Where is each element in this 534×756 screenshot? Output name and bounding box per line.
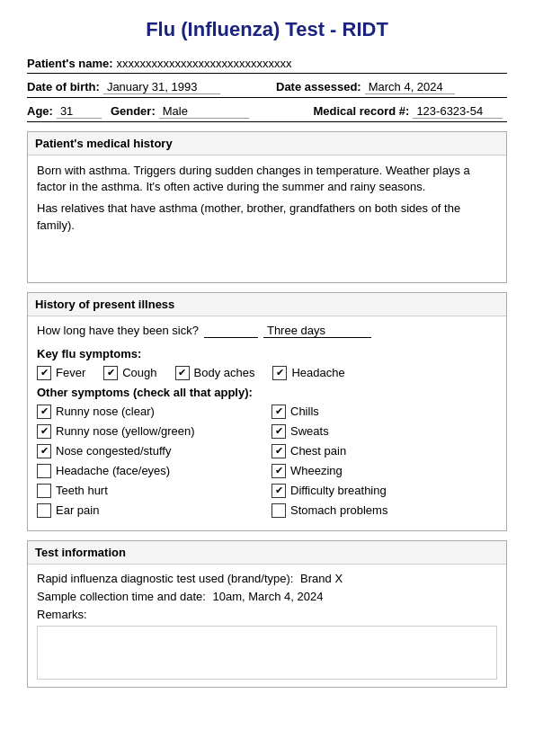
headache-face-label: Headache (face/eyes) [56,464,170,477]
sick-duration-row: How long have they been sick? Three days [37,324,497,338]
sick-answer: Three days [263,324,371,338]
medical-history-blank [37,239,497,275]
test-info-title: Test information [28,541,506,564]
sick-blank [204,324,258,338]
medical-record-group: Medical record #: 123-6323-54 [313,104,507,119]
sample-value: 10am, March 4, 2024 [213,590,324,603]
symptom-teeth-hurt: Teeth hurt [37,484,263,498]
chest-pain-checkbox[interactable] [271,444,286,458]
patient-name-row: Patient's name: xxxxxxxxxxxxxxxxxxxxxxxx… [27,54,507,74]
dob-value: January 31, 1993 [103,80,220,94]
chills-label: Chills [290,405,319,418]
sample-label: Sample collection time and date: [37,590,206,603]
difficulty-breathing-label: Difficulty breathing [290,484,387,497]
cough-checkbox[interactable] [103,366,118,380]
present-illness-body: How long have they been sick? Three days… [28,316,506,530]
medical-history-section: Patient's medical history Born with asth… [27,131,507,283]
medical-history-title: Patient's medical history [28,132,506,155]
dob-group: Date of birth: January 31, 1993 [27,80,258,94]
ear-pain-label: Ear pain [56,503,99,517]
chills-checkbox[interactable] [271,405,286,419]
medical-history-p1: Born with asthma. Triggers during sudden… [37,163,497,195]
symptom-body-aches: Body aches [175,366,255,380]
symptom-stomach-problems: Stomach problems [271,503,497,518]
teeth-hurt-checkbox[interactable] [37,484,51,498]
headache-face-checkbox[interactable] [37,464,51,478]
date-assessed-group: Date assessed: March 4, 2024 [276,80,507,94]
age-value: 31 [57,104,102,119]
gender-group: Gender: Male [111,104,305,119]
sweats-checkbox[interactable] [271,424,286,439]
stomach-problems-checkbox[interactable] [271,503,286,518]
remarks-row: Remarks: [37,608,497,621]
teeth-hurt-label: Teeth hurt [56,484,108,497]
medical-record-label: Medical record #: [313,104,409,118]
test-info-body: Rapid influenza diagnostic test used (br… [28,564,506,687]
symptom-sweats: Sweats [271,424,497,439]
gender-value: Male [159,104,249,119]
nose-congested-label: Nose congested/stuffy [56,444,171,458]
date-assessed-value: March 4, 2024 [365,80,455,94]
medical-history-p2: Has relatives that have asthma (mother, … [37,200,497,233]
headache-checkbox[interactable] [272,366,287,380]
runny-clear-label: Runny nose (clear) [56,405,155,418]
symptom-fever: Fever [37,366,85,380]
symptom-chills: Chills [271,405,497,419]
symptom-runny-yellow: Runny nose (yellow/green) [37,424,263,439]
other-symptoms-col2: Chills Sweats Chest pain Wheezing Diffic… [271,405,497,523]
symptom-nose-congested: Nose congested/stuffy [37,444,263,458]
medical-record-value: 123-6323-54 [413,104,503,119]
medical-history-body: Born with asthma. Triggers during sudden… [28,155,506,282]
symptom-wheezing: Wheezing [271,464,497,478]
sick-question: How long have they been sick? [37,324,199,337]
wheezing-label: Wheezing [290,464,343,477]
chest-pain-label: Chest pain [290,444,346,458]
date-assessed-label: Date assessed: [276,80,361,93]
brand-row: Rapid influenza diagnostic test used (br… [37,572,497,585]
symptom-chest-pain: Chest pain [271,444,497,458]
key-symptoms-row: Fever Cough Body aches Headache [37,366,497,380]
dob-label: Date of birth: [27,80,100,93]
body-aches-label: Body aches [194,366,255,379]
age-group: Age: 31 [27,104,102,119]
ear-pain-checkbox[interactable] [37,503,51,518]
fever-checkbox[interactable] [37,366,51,380]
stomach-problems-label: Stomach problems [290,503,387,517]
sweats-label: Sweats [290,424,329,438]
key-symptoms-label: Key flu symptoms: [37,347,497,360]
brand-label: Rapid influenza diagnostic test used (br… [37,572,293,585]
remarks-box[interactable] [37,626,497,680]
age-gender-row: Age: 31 Gender: Male Medical record #: 1… [27,102,507,122]
age-label: Age: [27,104,53,118]
sample-row: Sample collection time and date: 10am, M… [37,590,497,603]
cough-label: Cough [122,366,156,379]
present-illness-section: History of present illness How long have… [27,292,507,531]
body-aches-checkbox[interactable] [175,366,190,380]
runny-clear-checkbox[interactable] [37,405,51,419]
symptom-runny-clear: Runny nose (clear) [37,405,263,419]
wheezing-checkbox[interactable] [271,464,286,478]
symptom-cough: Cough [103,366,156,380]
symptom-difficulty-breathing: Difficulty breathing [271,484,497,498]
symptom-ear-pain: Ear pain [37,503,263,518]
other-symptoms-grid: Runny nose (clear) Runny nose (yellow/gr… [37,405,497,523]
page-title: Flu (Influenza) Test - RIDT [27,18,507,41]
nose-congested-checkbox[interactable] [37,444,51,458]
difficulty-breathing-checkbox[interactable] [271,484,286,498]
gender-label: Gender: [111,104,156,118]
patient-name-value: xxxxxxxxxxxxxxxxxxxxxxxxxxxxxx [117,57,507,70]
fever-label: Fever [56,366,85,379]
patient-name-label: Patient's name: [27,57,113,70]
brand-value: Brand X [300,572,343,585]
runny-yellow-label: Runny nose (yellow/green) [56,424,195,438]
runny-yellow-checkbox[interactable] [37,424,51,439]
symptom-headache: Headache [272,366,344,380]
present-illness-title: History of present illness [28,293,506,316]
remarks-label: Remarks: [37,608,87,621]
other-symptoms-label: Other symptoms (check all that apply): [37,386,497,399]
other-symptoms-col1: Runny nose (clear) Runny nose (yellow/gr… [37,405,263,523]
test-info-section: Test information Rapid influenza diagnos… [27,540,507,688]
symptom-headache-face: Headache (face/eyes) [37,464,263,478]
headache-label: Headache [291,366,344,379]
dob-date-row: Date of birth: January 31, 1993 Date ass… [27,77,507,98]
